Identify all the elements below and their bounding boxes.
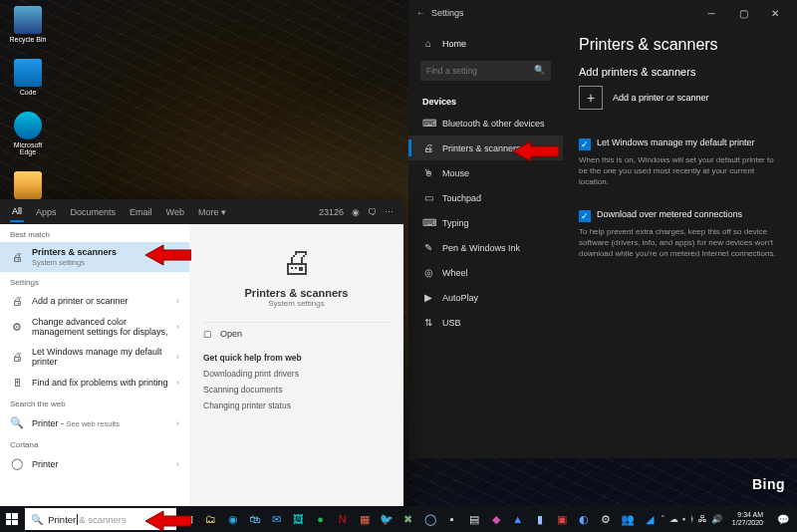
office-icon[interactable]: ▦ <box>354 506 376 532</box>
search-icon: 🔍 <box>31 514 43 525</box>
result-color-mgmt[interactable]: ⚙Change advanced color management settin… <box>0 312 189 342</box>
feedback-icon[interactable]: 🗨 <box>368 207 377 217</box>
desktop-icon-edge[interactable]: Microsoft Edge <box>6 112 50 155</box>
section-settings: Settings <box>0 272 189 290</box>
photos-icon[interactable]: 🖼 <box>288 506 310 532</box>
store-icon[interactable]: 🛍 <box>244 506 266 532</box>
vscode-icon[interactable]: ◢ <box>639 506 661 532</box>
nav-home[interactable]: ⌂Home <box>408 32 563 55</box>
settings-icon[interactable]: ⚙ <box>595 506 617 532</box>
nav-item-mouse[interactable]: 🖱Mouse <box>408 160 563 185</box>
section-search-web: Search the web <box>0 394 189 411</box>
settings-content: Printers & scanners Add printers & scann… <box>563 26 797 458</box>
close-button[interactable]: ✕ <box>761 3 789 23</box>
nav-item-wheel[interactable]: ◎Wheel <box>408 260 563 285</box>
yourphone-icon[interactable]: ▮ <box>529 506 551 532</box>
minimize-button[interactable]: ─ <box>697 3 725 23</box>
rewards-points[interactable]: 23126 <box>319 207 344 217</box>
nav-item-touchpad[interactable]: ▭Touchpad <box>408 185 563 210</box>
taskbar: 🔍 Printer& scanners ⊞ 🗂 ◉ 🛍 ✉ 🖼 ● N ▦ 🐦 … <box>0 506 797 532</box>
result-cortana-printer[interactable]: ◯Printer› <box>0 452 189 475</box>
tab-web[interactable]: Web <box>164 203 186 221</box>
search-icon: 🔍 <box>534 65 545 75</box>
result-troubleshoot-print[interactable]: 🎚Find and fix problems with printing› <box>0 372 189 394</box>
svg-marker-2 <box>145 511 191 531</box>
tab-email[interactable]: Email <box>128 203 154 221</box>
terminal-icon[interactable]: ▪ <box>441 506 463 532</box>
nav-item-usb[interactable]: ⇅USB <box>408 310 563 335</box>
tray-overflow-icon[interactable]: ˄ <box>661 514 665 524</box>
ellipsis-icon[interactable]: ⋯ <box>385 207 394 217</box>
help-printer-status[interactable]: Changing printer status <box>203 398 390 413</box>
twitter-icon[interactable]: 🐦 <box>376 506 398 532</box>
checkbox-default-printer[interactable]: ✓ Let Windows manage my default printer <box>579 137 781 150</box>
network-icon[interactable]: 🖧 <box>698 514 707 524</box>
pen-icon: ✎ <box>422 242 434 253</box>
add-printer-button[interactable]: + Add a printer or scanner <box>579 86 781 110</box>
tab-more[interactable]: More ▾ <box>196 203 228 221</box>
xbox-icon[interactable]: ✖ <box>398 506 419 532</box>
taskbar-clock[interactable]: 9:34 AM 1/27/2020 <box>726 511 769 526</box>
app-icon[interactable]: ◆ <box>485 506 507 532</box>
detail-open[interactable]: ▢Open <box>203 322 390 345</box>
spotify-icon[interactable]: ● <box>310 506 332 532</box>
app-icon[interactable]: ◐ <box>573 506 595 532</box>
touchpad-icon: ▭ <box>422 192 434 203</box>
nav-section-devices: Devices <box>408 87 563 111</box>
nav-item-autoplay[interactable]: ▶AutoPlay <box>408 285 563 310</box>
app-icon[interactable]: ▲ <box>507 506 529 532</box>
gear-icon: ⚙ <box>10 321 24 334</box>
explorer-icon[interactable]: 🗂 <box>200 506 222 532</box>
plus-icon: + <box>579 86 603 110</box>
help-download-drivers[interactable]: Downloading print drivers <box>203 366 390 382</box>
rewards-icon[interactable]: ◉ <box>352 207 360 217</box>
usb-icon: ⇅ <box>422 317 434 328</box>
chevron-right-icon: › <box>176 459 179 469</box>
tab-apps[interactable]: Apps <box>34 203 59 221</box>
svg-marker-0 <box>145 245 191 265</box>
desktop-icon-code[interactable]: Code <box>6 59 50 96</box>
desktop-icon-recycle[interactable]: Recycle Bin <box>6 6 50 43</box>
nav-item-pen[interactable]: ✎Pen & Windows Ink <box>408 235 563 260</box>
maximize-button[interactable]: ▢ <box>729 3 757 23</box>
nav-item-typing[interactable]: ⌨Typing <box>408 210 563 235</box>
checkbox-metered-desc: To help prevent extra charges, keep this… <box>579 227 781 259</box>
netflix-icon[interactable]: N <box>332 506 354 532</box>
section-best-match: Best match <box>0 224 189 242</box>
system-tray: ˄ ☁ ▪ ᚼ 🖧 🔊 9:34 AM 1/27/2020 💬 <box>661 506 797 532</box>
tab-all[interactable]: All <box>10 202 24 222</box>
app-icon[interactable]: ▣ <box>551 506 573 532</box>
back-icon[interactable]: ← <box>416 8 425 18</box>
bluetooth-icon[interactable]: ᚼ <box>689 514 694 524</box>
bluetooth-icon: ⌨ <box>422 118 434 129</box>
section-add-printers: Add printers & scanners <box>579 66 781 78</box>
onedrive-icon[interactable]: ☁ <box>669 514 678 524</box>
bing-watermark: Bing <box>752 476 785 492</box>
result-default-printer[interactable]: 🖨Let Windows manage my default printer› <box>0 342 189 372</box>
annotation-arrow <box>145 509 191 532</box>
tab-documents[interactable]: Documents <box>69 203 119 221</box>
printer-icon: 🖨 <box>10 295 24 307</box>
cortana-icon[interactable]: ◯ <box>419 506 441 532</box>
result-web-printer[interactable]: 🔍Printer - See web results› <box>0 411 189 434</box>
settings-titlebar[interactable]: ← Settings ─ ▢ ✕ <box>408 0 797 26</box>
result-add-printer[interactable]: 🖨Add a printer or scanner› <box>0 290 189 312</box>
calculator-icon[interactable]: ▤ <box>463 506 485 532</box>
home-icon: ⌂ <box>422 38 434 49</box>
checkbox-icon: ✓ <box>579 138 591 150</box>
action-center-icon[interactable]: 💬 <box>773 506 793 532</box>
settings-search-input[interactable] <box>420 61 551 81</box>
chevron-right-icon: › <box>176 378 179 388</box>
page-title: Printers & scanners <box>579 36 781 54</box>
help-scan-docs[interactable]: Scanning documents <box>203 382 390 398</box>
start-button[interactable] <box>0 506 23 532</box>
volume-icon[interactable]: 🔊 <box>711 514 722 524</box>
mail-icon[interactable]: ✉ <box>266 506 288 532</box>
settings-icon: 🎚 <box>10 377 24 389</box>
nav-item-bluetooth[interactable]: ⌨Bluetooth & other devices <box>408 111 563 135</box>
checkbox-metered[interactable]: ✓ Download over metered connections <box>579 209 781 222</box>
teams-icon[interactable]: 👥 <box>617 506 639 532</box>
tray-icon[interactable]: ▪ <box>682 514 685 524</box>
settings-window: ← Settings ─ ▢ ✕ ⌂Home 🔍 Devices ⌨Blueto… <box>408 0 797 458</box>
edge-icon[interactable]: ◉ <box>222 506 244 532</box>
